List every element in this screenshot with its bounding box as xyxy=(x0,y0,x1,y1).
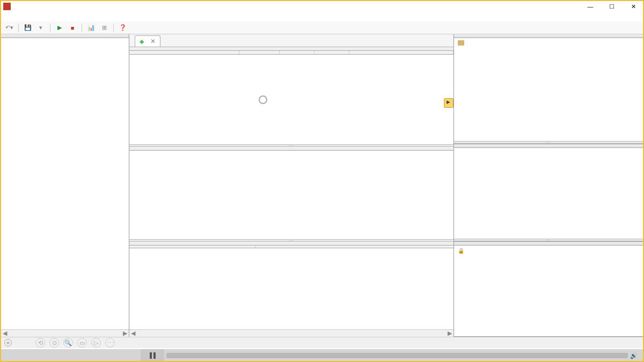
structure-header xyxy=(129,47,453,51)
ctrl-icon[interactable]: ⊙ xyxy=(49,338,59,348)
maximize-button[interactable]: ☐ xyxy=(604,2,619,11)
save-button[interactable]: 💾 xyxy=(23,23,33,33)
stop-button[interactable]: ■ xyxy=(68,23,77,33)
analyses-body xyxy=(129,151,453,239)
sms-header xyxy=(454,34,643,38)
save-dropdown[interactable]: ▾ xyxy=(36,23,46,33)
splitter[interactable]: ···· xyxy=(454,141,643,144)
ctrl-icon[interactable]: ⟲ xyxy=(35,338,45,348)
app-icon xyxy=(3,3,11,10)
package-icon xyxy=(458,40,464,46)
media-bar: 🔊 xyxy=(1,349,643,362)
col-units[interactable] xyxy=(314,51,349,54)
ctrl-icon[interactable]: ⋯ xyxy=(105,338,115,348)
run-button[interactable]: ▶ xyxy=(55,23,64,33)
lock-icon: 🔒 xyxy=(458,248,463,254)
structure-columns xyxy=(129,51,453,55)
menubar xyxy=(1,12,643,21)
col-type[interactable] xyxy=(280,51,314,54)
hscroll[interactable]: ◀▶ xyxy=(129,329,453,337)
col-value[interactable] xyxy=(239,51,280,54)
tab-close-icon[interactable]: ✕ xyxy=(150,38,156,45)
workspace-header xyxy=(1,34,129,38)
volume-icon[interactable]: 🔊 xyxy=(630,352,641,359)
workspace-tree xyxy=(1,38,129,329)
bottom-bar: + ⟲ ⊙ 🔍 ▭ ▷ ⋯ xyxy=(1,337,643,348)
splitter[interactable]: ···· xyxy=(454,239,643,241)
scroll-highlight-icon[interactable] xyxy=(444,98,453,108)
col-assoc[interactable] xyxy=(349,51,453,54)
minimize-button[interactable]: — xyxy=(583,2,598,11)
rl-item[interactable]: 🔒 xyxy=(456,247,641,254)
add-button[interactable]: + xyxy=(4,339,12,346)
progress-bar[interactable] xyxy=(166,353,628,358)
pause-button[interactable] xyxy=(141,349,164,362)
al-header xyxy=(454,144,643,148)
toolbar: ↶▾ 💾 ▾ ▶ ■ 📊 ⊞ ❓ xyxy=(1,21,643,34)
grid-button[interactable]: ⊞ xyxy=(99,23,109,33)
ctrl-icon[interactable]: ▭ xyxy=(77,338,87,348)
ctrl-icon[interactable]: ▷ xyxy=(91,338,101,348)
close-button[interactable]: ✕ xyxy=(626,2,641,11)
analyses-list-body xyxy=(454,148,643,239)
requirements-body xyxy=(129,248,453,329)
sms-item[interactable] xyxy=(456,40,641,46)
col-name[interactable] xyxy=(129,51,239,54)
analyses-header xyxy=(129,147,453,151)
req-col-assoc[interactable] xyxy=(255,246,453,248)
hscroll[interactable]: ◀▶ xyxy=(1,329,129,337)
help-button[interactable]: ❓ xyxy=(118,23,128,33)
requirements-header xyxy=(129,242,453,246)
structure-body xyxy=(129,55,453,135)
tab-complete-list[interactable]: ◆ ✕ xyxy=(135,35,160,47)
ctrl-icon[interactable]: 🔍 xyxy=(63,338,73,348)
req-col-name[interactable] xyxy=(129,246,255,248)
rl-header xyxy=(454,242,643,246)
undo-button[interactable]: ↶▾ xyxy=(4,23,14,33)
tab-row: ◆ ✕ xyxy=(129,34,453,47)
titlebar: — ☐ ✕ xyxy=(1,1,643,12)
trade-button[interactable]: 📊 xyxy=(86,23,96,33)
